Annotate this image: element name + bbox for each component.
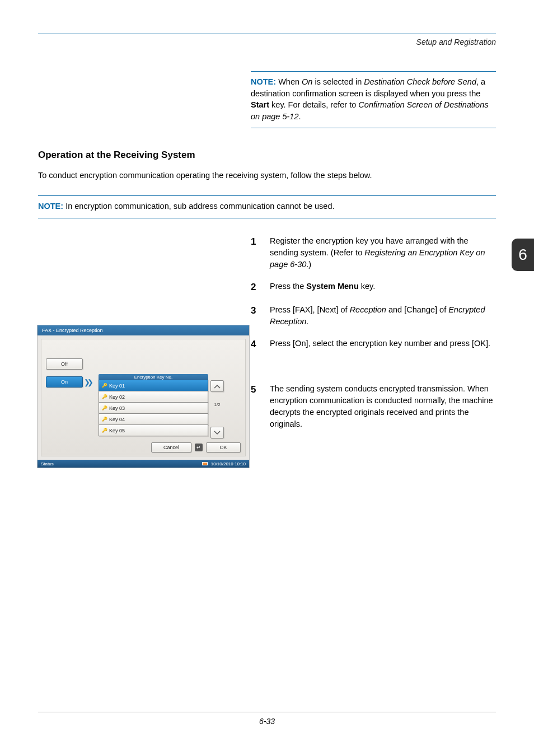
step-2-body: Press the System Menu key.	[270, 281, 496, 295]
dialog-titlebar: FAX - Encrypted Reception	[38, 325, 249, 335]
running-head: Setup and Registration	[38, 36, 496, 46]
dialog-footer: Cancel ↵ OK	[151, 442, 241, 452]
key-04-label: Key 04	[109, 417, 125, 422]
note1-bold1: Start	[251, 100, 269, 109]
note-label: NOTE:	[251, 77, 276, 86]
step-1-body: Register the encryption key you have arr…	[270, 235, 496, 270]
s1-t2: .)	[306, 260, 311, 269]
note-box-1: NOTE: When On is selected in Destination…	[251, 71, 496, 128]
dialog-figure: FAX - Encrypted Reception Off On ❯❯ Encr…	[37, 325, 250, 468]
key-01-label: Key 01	[109, 383, 125, 389]
key-row-02[interactable]: 🔑Key 02	[99, 391, 208, 403]
heading-operation-receiving: Operation at the Receiving System	[38, 150, 496, 161]
key-icon: 🔑	[102, 395, 107, 399]
step-4: 4 Press [On], select the encryption key …	[251, 338, 496, 352]
key-row-05[interactable]: 🔑Key 05	[99, 424, 208, 436]
key-icon: 🔑	[102, 417, 107, 422]
step-4-body: Press [On], select the encryption key nu…	[270, 338, 496, 352]
note1-mid3: key. For details, refer to	[269, 100, 358, 109]
key-icon: 🔑	[102, 406, 107, 410]
step-1: 1 Register the encryption key you have a…	[251, 235, 496, 270]
status-label[interactable]: Status	[41, 461, 54, 466]
s3-t3: .	[306, 317, 308, 326]
note2-label: NOTE:	[38, 202, 63, 211]
step-5-num: 5	[251, 383, 270, 430]
toner-icon	[202, 462, 208, 465]
chevron-down-icon	[214, 431, 221, 435]
off-button[interactable]: Off	[46, 358, 83, 370]
status-datetime: 10/10/2010 10:10	[211, 461, 246, 466]
status-bar: Status 10/10/2010 10:10	[38, 460, 249, 468]
s2-b1: System Menu	[306, 282, 358, 291]
scroll-down-button[interactable]	[210, 427, 224, 438]
s5-t1: The sending system conducts encrypted tr…	[270, 384, 493, 428]
header-rule	[38, 34, 496, 34]
encryption-key-list: 🔑Key 01 🔑Key 02 🔑Key 03 🔑Key 04 🔑Key 05	[99, 380, 208, 436]
key-03-label: Key 03	[109, 405, 125, 411]
intro-text: To conduct encryption communication oper…	[38, 170, 496, 182]
s2-t1: Press the	[270, 282, 306, 291]
note1-italic1: On	[302, 77, 312, 86]
on-button[interactable]: On	[46, 376, 83, 388]
chapter-tab: 6	[512, 239, 534, 271]
s3-t1: Press [FAX], [Next] of	[270, 305, 350, 314]
key-icon: 🔑	[102, 428, 107, 433]
step-3-body: Press [FAX], [Next] of Reception and [Ch…	[270, 304, 496, 328]
key-icon: 🔑	[102, 384, 107, 388]
note1-mid1: is selected in	[312, 77, 364, 86]
step-4-num: 4	[251, 338, 270, 352]
step-3-num: 3	[251, 304, 270, 328]
key-row-04[interactable]: 🔑Key 04	[99, 413, 208, 425]
key-row-03[interactable]: 🔑Key 03	[99, 402, 208, 414]
note-box-2: NOTE: In encryption communication, sub a…	[38, 195, 496, 218]
s3-i1: Reception	[350, 305, 386, 314]
note2-text: In encryption communication, sub address…	[63, 202, 334, 211]
key-05-label: Key 05	[109, 428, 125, 433]
page-indicator: 1/2	[210, 402, 224, 407]
key-02-label: Key 02	[109, 394, 125, 400]
note1-text: When	[276, 77, 302, 86]
ok-button[interactable]: OK	[206, 442, 241, 452]
chevron-up-icon	[214, 384, 221, 389]
enter-icon: ↵	[195, 444, 203, 451]
dialog-body: Off On ❯❯ Encryption Key No. 🔑Key 01 🔑Ke…	[41, 339, 246, 456]
scroll-up-button[interactable]	[210, 380, 224, 392]
page-footer: 6-33	[38, 712, 496, 726]
s4-t1: Press [On], select the encryption key nu…	[270, 339, 490, 348]
key-row-01[interactable]: 🔑Key 01	[99, 380, 208, 391]
on-indicator-icon: ❯❯	[84, 376, 94, 388]
steps-block: 1 Register the encryption key you have a…	[251, 235, 496, 352]
s3-t2: and [Change] of	[386, 305, 448, 314]
step-2: 2 Press the System Menu key.	[251, 281, 496, 295]
cancel-button[interactable]: Cancel	[151, 442, 191, 452]
step-1-num: 1	[251, 235, 270, 270]
step-2-num: 2	[251, 281, 270, 295]
s2-t2: key.	[359, 282, 376, 291]
note1-end: .	[298, 112, 301, 121]
note1-italic2: Destination Check before Send	[364, 77, 476, 86]
step-5-body: The sending system conducts encrypted tr…	[270, 383, 496, 430]
step-5-block: 5 The sending system conducts encrypted …	[251, 383, 496, 430]
step-3: 3 Press [FAX], [Next] of Reception and […	[251, 304, 496, 328]
step-5: 5 The sending system conducts encrypted …	[251, 383, 496, 430]
